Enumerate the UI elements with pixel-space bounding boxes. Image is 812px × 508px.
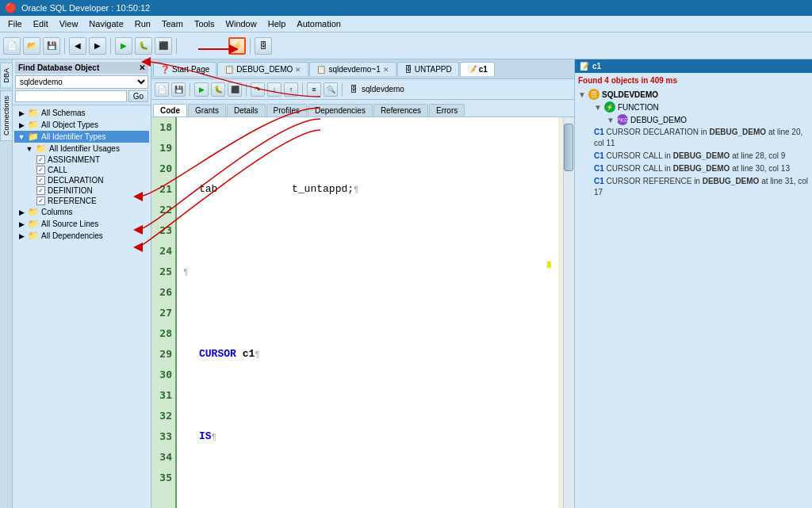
right-panel-tab[interactable]: 📝 c1 (575, 59, 812, 73)
run-button[interactable]: ▶ (115, 37, 132, 55)
new-button[interactable]: 📄 (3, 37, 21, 55)
tab-untappd[interactable]: 🗄 UNTAPPD (397, 62, 459, 76)
menu-window[interactable]: Window (221, 17, 262, 30)
tree-item-all-source-lines[interactable]: ▶ 📁 All Source Lines (14, 218, 149, 230)
back-button[interactable]: ◀ (69, 37, 86, 55)
tree-label: All Source Lines (41, 220, 98, 228)
tree-item-all-id-usages[interactable]: ▼ 📁 All Identifier Usages (14, 143, 149, 155)
code-step-btn[interactable]: ↷ (251, 82, 265, 97)
titlebar: 🔴 Oracle SQL Developer : 10:50:12 (0, 0, 812, 16)
open-button[interactable]: 📂 (23, 37, 40, 55)
tree-item-definition[interactable]: DEFINITION (14, 185, 149, 196)
result-node-debug-demo[interactable]: ▼ PKG DEBUG_DEMO (578, 113, 809, 126)
result-item-4[interactable]: C1 CURSOR REFERENCE in DEBUG_DEMO at lin… (594, 175, 809, 199)
code-format-btn[interactable]: ≡ (307, 82, 321, 97)
subtab-details[interactable]: Details (227, 104, 266, 116)
check-assignment[interactable] (36, 155, 45, 164)
tree-item-columns[interactable]: ▶ 📁 Columns (14, 206, 149, 218)
tree-item-declaration[interactable]: DECLARATION (14, 175, 149, 185)
tree-label: REFERENCE (48, 197, 97, 205)
db-button[interactable]: 🗄 (255, 37, 272, 55)
debug-button[interactable]: 🐛 (135, 37, 152, 55)
connections-tab[interactable]: Connections (0, 90, 13, 141)
result-node-sqldevdemo[interactable]: ▼ 🗄 SQLDEVDEMO (578, 88, 809, 101)
find-db-label: Find Database Object (18, 63, 99, 72)
code-step-out-btn[interactable]: ↑ (284, 82, 298, 97)
code-find-btn[interactable]: 🔍 (324, 82, 338, 97)
find-db-title: Find Database Object ✕ (15, 62, 148, 74)
tree-item-assignment[interactable]: ASSIGNMENT (14, 155, 149, 165)
code-run-btn[interactable]: ▶ (194, 82, 209, 97)
forward-button[interactable]: ▶ (89, 37, 106, 55)
tree-item-all-dependencies[interactable]: ▶ 📁 All Dependencies (14, 230, 149, 242)
tab-debug-demo[interactable]: 📋 DEBUG_DEMO ✕ (217, 62, 308, 76)
subtab-grants[interactable]: Grants (188, 104, 226, 116)
subtab-references[interactable]: References (373, 104, 428, 116)
menubar: File Edit View Navigate Run Team Tools W… (0, 16, 812, 32)
tree-item-reference[interactable]: REFERENCE (14, 196, 149, 206)
right-tab-label: c1 (592, 62, 807, 71)
result-item-2[interactable]: C1 CURSOR CALL in DEBUG_DEMO at line 28,… (594, 150, 809, 162)
code-new-btn[interactable]: 📄 (155, 82, 169, 97)
result-header: Found 4 objects in 409 ms (578, 76, 809, 85)
subtab-dependencies[interactable]: Dependencies (308, 104, 373, 116)
folder-icon: 📁 (28, 207, 39, 217)
tab-c1[interactable]: 📝 c1 (460, 62, 495, 76)
tree-item-call[interactable]: CALL (14, 165, 149, 175)
menu-navigate[interactable]: Navigate (84, 17, 128, 30)
code-content[interactable]: tab t_untappd;¶ ¶ CURSOR c1¶ IS¶ (177, 117, 574, 508)
tab-label: Start Page (172, 65, 209, 74)
close-sqldevdemo[interactable]: ✕ (383, 66, 389, 74)
menu-file[interactable]: File (3, 17, 27, 30)
save-button[interactable]: 💾 (43, 37, 60, 55)
menu-help[interactable]: Help (263, 17, 291, 30)
tree-item-all-object-types[interactable]: ▶ 📁 All Object Types (14, 119, 149, 131)
connection-label: 🗄 (350, 85, 358, 94)
code-debug-btn[interactable]: 🐛 (211, 82, 225, 97)
code-stop-btn[interactable]: ⬛ (228, 82, 242, 97)
expand-icon: ▶ (17, 232, 25, 240)
dba-tab[interactable]: DBA (0, 63, 13, 89)
result-sub-items: C1 CURSOR DECLARATION in DEBUG_DEMO at l… (578, 126, 809, 199)
scroll-thumb[interactable] (564, 124, 573, 171)
expand-icon: ▼ (17, 133, 25, 141)
menu-view[interactable]: View (55, 17, 83, 30)
code-line-21: IS¶ (183, 426, 568, 447)
menu-team[interactable]: Team (157, 17, 188, 30)
tree-item-all-schemas[interactable]: ▶ 📁 All Schemas (14, 107, 149, 119)
subtab-code[interactable]: Code (153, 104, 187, 116)
tab-start-page[interactable]: ❓ Start Page (153, 62, 216, 76)
stop-button[interactable]: ⬛ (155, 37, 172, 55)
subtab-profiles[interactable]: Profiles (266, 104, 307, 116)
result-item-3[interactable]: C1 CURSOR CALL in DEBUG_DEMO at line 30,… (594, 162, 809, 175)
menu-edit[interactable]: Edit (29, 17, 53, 30)
tree-item-all-identifier-types[interactable]: ▼ 📁 All Identifier Types (14, 131, 149, 143)
check-reference[interactable] (36, 197, 45, 205)
close-debug-demo[interactable]: ✕ (295, 66, 301, 74)
menu-run[interactable]: Run (130, 17, 155, 30)
sep1 (64, 38, 65, 54)
check-call[interactable] (36, 166, 45, 174)
db-select[interactable]: sqldevdemo (15, 75, 148, 89)
code-step-into-btn[interactable]: ↓ (267, 82, 282, 97)
folder-icon: 📁 (28, 132, 39, 142)
result-item-1[interactable]: C1 CURSOR DECLARATION in DEBUG_DEMO at l… (594, 126, 809, 150)
tab-label: UNTAPPD (415, 65, 452, 74)
search-input[interactable] (15, 90, 127, 102)
menu-automation[interactable]: Automation (292, 17, 346, 30)
tree-label: All Schemas (41, 109, 86, 117)
folder-icon: 📁 (28, 120, 39, 130)
code-save-btn[interactable]: 💾 (171, 82, 186, 97)
vertical-scrollbar[interactable] (563, 117, 574, 508)
check-declaration[interactable] (36, 176, 45, 185)
go-button[interactable]: Go (128, 90, 148, 102)
code-editor[interactable]: 18 19 20 21 22 23 24 25 26 27 28 29 30 3… (151, 117, 574, 508)
tab-sqldevdemo[interactable]: 📋 sqldevdemo~1 ✕ (309, 62, 396, 76)
yellow-marker (547, 262, 551, 268)
check-definition[interactable] (36, 186, 45, 195)
connection-button[interactable]: ⚡ (228, 37, 246, 55)
menu-tools[interactable]: Tools (190, 17, 220, 30)
subtab-errors[interactable]: Errors (429, 104, 465, 116)
find-db-close[interactable]: ✕ (139, 63, 145, 72)
result-node-function[interactable]: ▼ ⚡ FUNCTION (578, 101, 809, 113)
